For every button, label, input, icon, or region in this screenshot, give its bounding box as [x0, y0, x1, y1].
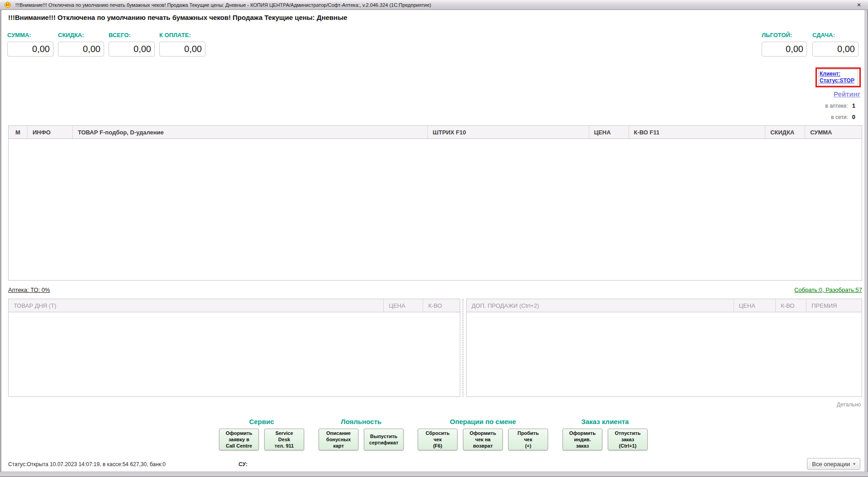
- details-label: Детально: [837, 401, 861, 408]
- receipt-table-header: М ИНФО ТОВАР F-подбор, D-удаление ШТРИХ …: [8, 125, 862, 139]
- rating-link[interactable]: Рейтинг: [834, 90, 860, 98]
- client-status-inner: Клиент: Статус:STOP: [818, 69, 858, 86]
- col-day-product: ТОВАР ДНЯ (Т): [9, 299, 384, 312]
- col-upsell-premium: ПРЕМИЯ: [806, 299, 862, 312]
- release-order-button[interactable]: Отпустить заказ (Ctrl+1): [608, 429, 648, 450]
- product-of-day-body[interactable]: [8, 312, 460, 397]
- total-field[interactable]: [109, 42, 155, 57]
- client-order-button-group: Оформить индив. заказ Отпустить заказ (C…: [563, 429, 648, 450]
- client-link[interactable]: Клиент:: [820, 71, 857, 77]
- title-bar: 1С !!!Внимание!!! Отключена по умолчанию…: [0, 0, 868, 10]
- discount-field[interactable]: [58, 42, 104, 57]
- col-day-price: ЦЕНА: [384, 299, 423, 312]
- loyalty-button-group: Описание бонусных карт Выпустить сертифи…: [319, 429, 404, 450]
- col-day-quantity: К-ВО: [423, 299, 460, 312]
- total-label: ВСЕГО:: [109, 32, 131, 38]
- group-title-loyalty: Лояльность: [341, 418, 382, 425]
- col-info: ИНФО: [28, 126, 73, 138]
- individual-order-button[interactable]: Оформить индив. заказ: [563, 429, 602, 450]
- window-frame-right: [864, 10, 868, 477]
- col-discount: СКИДКА: [765, 126, 805, 138]
- all-operations-label: Все операции: [812, 461, 850, 467]
- product-of-day-header: ТОВАР ДНЯ (Т) ЦЕНА К-ВО: [8, 299, 460, 312]
- sum-field[interactable]: [7, 42, 53, 57]
- to-pay-label: К ОПЛАТЕ:: [159, 32, 191, 38]
- col-product: ТОВАР F-подбор, D-удаление: [73, 126, 428, 138]
- change-label: СДАЧА:: [812, 32, 835, 38]
- sum-label: СУММА:: [7, 32, 31, 38]
- su-label: СУ:: [238, 461, 248, 467]
- window-title: !!!Внимание!!! Отключена по умолчанию пе…: [15, 2, 431, 8]
- upsell-table-header: ДОП. ПРОДАЖИ (Ctrl+2) ЦЕНА К-ВО ПРЕМИЯ: [466, 299, 862, 312]
- client-status-alert-box: Клиент: Статус:STOP: [816, 67, 861, 87]
- privilege-field[interactable]: [762, 42, 807, 57]
- col-upsell-price: ЦЕНА: [734, 299, 776, 312]
- service-button-group: Оформить заявку в Call Centre Service De…: [219, 429, 304, 450]
- app-window: 1С !!!Внимание!!! Отключена по умолчанию…: [0, 0, 868, 477]
- group-title-client-order: Заказ клиента: [582, 418, 629, 425]
- all-operations-button[interactable]: Все операции ▾: [807, 458, 860, 470]
- group-title-shift-ops: Операции по смене: [450, 418, 516, 425]
- service-desk-button[interactable]: Service Desk тел. 911: [264, 429, 304, 450]
- in-network-label: в сети:: [831, 114, 848, 120]
- in-pharmacy-value: 1: [852, 102, 855, 109]
- col-price: ЦЕНА: [589, 126, 629, 138]
- shift-status-text: Статус:Открыта 10.07.2023 14:07:19, в ка…: [8, 461, 166, 467]
- col-upsell-quantity: К-ВО: [776, 299, 806, 312]
- upsell-table-body[interactable]: [466, 312, 862, 397]
- window-frame-bottom: [0, 472, 868, 477]
- shift-ops-button-group: Сбросить чек (F6) Оформить чек на возвра…: [418, 429, 548, 450]
- issue-certificate-button[interactable]: Выпустить сертификат: [364, 429, 404, 450]
- close-icon[interactable]: ✕: [853, 1, 865, 9]
- receipt-table-body[interactable]: [8, 139, 862, 281]
- col-barcode: ШТРИХ F10: [428, 126, 589, 138]
- pharmacy-to-link[interactable]: Аптека: ТО: 0%: [8, 286, 50, 293]
- to-pay-field[interactable]: [159, 42, 205, 57]
- col-m: М: [9, 126, 28, 138]
- reset-receipt-button[interactable]: Сбросить чек (F6): [418, 429, 458, 450]
- 1c-app-icon: 1С: [5, 2, 11, 8]
- assemble-disassemble-link[interactable]: Собрать:0, Разобрать:57: [794, 286, 862, 293]
- in-network-value: 0: [852, 114, 855, 120]
- in-pharmacy-label: в аптеке:: [825, 103, 848, 109]
- col-sum: СУММА: [805, 126, 862, 138]
- warning-message: !!!Внимание!!! Отключена по умолчанию пе…: [8, 14, 347, 21]
- chevron-down-icon: ▾: [853, 462, 855, 466]
- discount-label: СКИДКА:: [58, 32, 84, 38]
- col-quantity: К-ВО F11: [629, 126, 766, 138]
- privilege-label: ЛЬГОТОЙ:: [762, 32, 792, 38]
- punch-receipt-button[interactable]: Пробить чек (+): [508, 429, 548, 450]
- col-upsell-product: ДОП. ПРОДАЖИ (Ctrl+2): [467, 299, 734, 312]
- return-receipt-button[interactable]: Оформить чек на возврат: [463, 429, 503, 450]
- in-network-counter: в сети: 0: [831, 114, 855, 120]
- change-field[interactable]: [812, 42, 858, 57]
- bonus-cards-info-button[interactable]: Описание бонусных карт: [319, 429, 358, 450]
- tables-splitter[interactable]: [463, 299, 464, 397]
- group-title-service: Сервис: [249, 418, 274, 425]
- call-centre-request-button[interactable]: Оформить заявку в Call Centre: [219, 429, 259, 450]
- in-pharmacy-counter: в аптеке: 1: [825, 102, 855, 109]
- client-status-link[interactable]: Статус:STOP: [820, 77, 857, 84]
- window-frame-left: [0, 10, 2, 477]
